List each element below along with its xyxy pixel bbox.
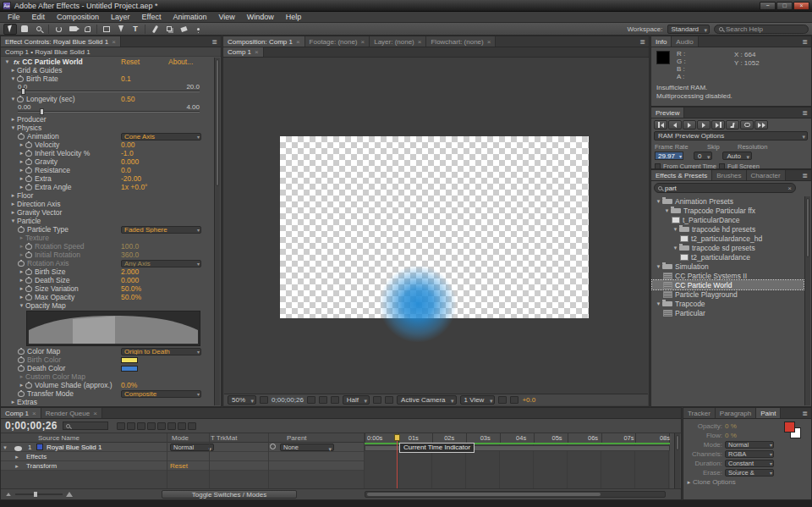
group-particle[interactable]: Particle [1, 217, 213, 225]
tree-item-trapcode-hd-presets[interactable]: trapcode hd presets [652, 224, 804, 234]
tab-brushes[interactable]: Brushes [712, 170, 746, 180]
prop-birth-size[interactable]: Birth Size2.000 [1, 267, 213, 276]
first-frame-button[interactable] [654, 120, 667, 130]
twirl-icon[interactable] [655, 264, 662, 269]
fx-badge-icon[interactable]: fx [14, 58, 19, 66]
twirl-icon[interactable] [18, 176, 25, 181]
tab-layer[interactable]: Layer: (none) [370, 36, 426, 47]
panel-menu-icon[interactable] [798, 172, 811, 179]
scrollbar[interactable] [674, 433, 680, 488]
prop-animation[interactable]: AnimationCone Axis [1, 132, 213, 141]
stopwatch-icon[interactable] [25, 151, 32, 157]
property-value[interactable]: -1.0 [121, 149, 134, 157]
clone-options-row[interactable]: Clone Options [683, 477, 811, 487]
about-link[interactable]: About... [168, 58, 193, 66]
parent-pickwhip-icon[interactable] [270, 444, 276, 449]
twirl-icon[interactable] [18, 303, 25, 308]
property-value[interactable]: 0.0% [121, 381, 137, 389]
brush-tool[interactable] [148, 24, 162, 35]
twirl-icon[interactable] [3, 444, 8, 451]
twirl-icon[interactable] [9, 76, 17, 81]
previous-frame-button[interactable] [668, 120, 682, 130]
column-divider[interactable] [364, 433, 365, 488]
effects-search-input[interactable]: part [654, 183, 796, 193]
twirl-icon[interactable] [18, 235, 25, 240]
stopwatch-icon[interactable] [18, 227, 25, 233]
comp-mini-flowchart-icon[interactable] [117, 422, 125, 430]
menu-view[interactable]: View [212, 13, 240, 21]
search-help-input[interactable]: Search Help [714, 25, 809, 34]
close-button[interactable] [793, 2, 809, 10]
prop-rotation-axis[interactable]: Rotation AxisAny Axis [1, 259, 213, 267]
group-grid-guides[interactable]: Grid & Guides [1, 66, 213, 74]
blend-mode-dropdown[interactable]: Normal [170, 444, 214, 451]
stopwatch-icon[interactable] [25, 252, 32, 258]
selection-tool[interactable] [3, 24, 17, 35]
prop-gravity[interactable]: Gravity0.000 [1, 157, 213, 166]
paint-channels-dropdown[interactable]: RGBA [725, 450, 774, 458]
column-trkmat[interactable]: T TrkMat [211, 434, 237, 442]
scrollbar-thumb[interactable] [806, 198, 809, 257]
twirl-icon[interactable] [18, 185, 25, 190]
horizontal-scrollbar-thumb[interactable] [367, 493, 601, 496]
tree-item-trapcode-sd-presets[interactable]: trapcode sd presets [652, 243, 804, 252]
time-ruler[interactable]: 0:00s 01s 02s 03s 04s 05s 06s 07s 08s [365, 433, 672, 443]
panel-menu-icon[interactable] [208, 38, 221, 46]
zoom-out-mountain-icon[interactable] [6, 493, 11, 496]
group-gravity-vector[interactable]: Gravity Vector [1, 208, 213, 217]
twirl-icon[interactable] [655, 301, 662, 306]
stopwatch-icon[interactable] [25, 176, 32, 182]
tab-flowchart[interactable]: Flowchart: (none) [426, 36, 496, 47]
tree-item-cc-particle-world[interactable]: CC Particle World [652, 280, 804, 289]
prop-extra-angle[interactable]: Extra Angle1x +0.0° [1, 183, 213, 191]
pan-behind-tool[interactable] [80, 24, 94, 35]
group-opacity-map[interactable]: Opacity Map [1, 301, 213, 310]
toggle-switches-modes-button[interactable]: Toggle Switches / Modes [162, 490, 297, 499]
property-value[interactable]: -20.00 [121, 174, 141, 183]
motion-blur-icon[interactable] [157, 422, 166, 430]
clear-search-icon[interactable] [787, 185, 792, 192]
particle-type-dropdown[interactable]: Faded Sphere [121, 226, 201, 234]
property-value[interactable]: 100.0 [121, 242, 139, 251]
audio-toggle-button[interactable] [726, 120, 739, 130]
pixel-aspect-icon[interactable] [498, 396, 507, 404]
tab-audio[interactable]: Audio [672, 36, 698, 47]
death-color-swatch[interactable] [121, 366, 138, 372]
twirl-icon[interactable] [14, 453, 19, 460]
menu-help[interactable]: Help [280, 13, 308, 21]
close-icon[interactable] [255, 48, 259, 56]
panel-menu-icon[interactable] [636, 38, 649, 46]
tree-item-t-particulardance[interactable]: t_ParticularDance [652, 215, 804, 224]
twirl-icon[interactable] [9, 117, 17, 122]
stopwatch-icon[interactable] [25, 244, 32, 250]
property-value[interactable]: 360.0 [121, 251, 139, 259]
tab-character[interactable]: Character [747, 170, 786, 180]
prop-initial-rotation[interactable]: Initial Rotation360.0 [1, 251, 213, 259]
menu-composition[interactable]: Composition [51, 13, 105, 21]
safe-areas-icon[interactable] [260, 396, 268, 404]
slider-thumb[interactable] [21, 88, 25, 95]
snapshot-icon[interactable] [307, 396, 315, 404]
group-custom-color-map[interactable]: Custom Color Map [1, 372, 213, 381]
column-divider[interactable] [209, 433, 210, 488]
twirl-icon[interactable] [18, 295, 25, 300]
layer-row[interactable]: 1 Royal Blue Solid 1 Normal None [1, 443, 365, 452]
scrollbar[interactable] [804, 196, 810, 405]
twirl-icon[interactable] [9, 400, 17, 405]
stopwatch-icon[interactable] [25, 278, 32, 284]
stopwatch-icon[interactable] [25, 269, 32, 275]
property-value[interactable]: 2.000 [121, 267, 139, 276]
twirl-icon[interactable] [9, 68, 17, 73]
play-button[interactable] [683, 120, 696, 130]
prop-rotation-speed[interactable]: Rotation Speed100.0 [1, 242, 213, 251]
layer-color-chip[interactable] [36, 444, 43, 450]
twirl-icon[interactable] [18, 286, 25, 291]
scrollbar[interactable] [214, 58, 220, 405]
stopwatch-icon[interactable] [25, 295, 32, 300]
tree-item-t2-particulardance-hd[interactable]: t2_particulardance_hd [652, 234, 804, 243]
zoom-slider-thumb[interactable] [34, 492, 37, 497]
panel-menu-icon[interactable] [798, 410, 811, 417]
shape-tool[interactable] [100, 24, 113, 35]
minimize-button[interactable] [760, 2, 776, 10]
from-current-time-checkbox[interactable] [655, 163, 661, 169]
